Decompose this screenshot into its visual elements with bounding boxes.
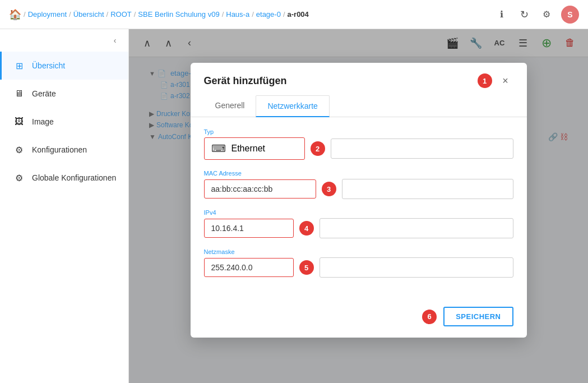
badge-4: 4 [299,221,314,236]
typ-select[interactable]: ⌨ Ethernet [204,137,305,160]
breadcrumb: 🏠 / Deployment / Übersicht / ROOT / SBE … [9,8,309,21]
sidebar-item-globale[interactable]: ⚙ Globale Konfigurationen [0,164,128,192]
field-label-ipv4: IPv4 [204,209,513,216]
topbar-icons: ℹ ↻ ⚙ S [494,6,579,24]
konfigurationen-icon: ⚙ [13,144,25,156]
ipv4-input[interactable] [204,219,294,238]
info-icon[interactable]: ℹ [494,7,510,22]
input-row-typ: ⌨ Ethernet 2 [204,137,513,160]
field-group-ipv4: IPv4 4 [204,209,513,238]
breadcrumb-ar004: a-r004 [288,10,309,19]
sidebar-label-konfigurationen: Konfigurationen [32,145,87,154]
main-content: ∧ ∧ ‹ 🎬 🔧 AC ☰ ⊕ 🗑 ▼ 📄 etage-3 [129,29,588,383]
badge-3: 3 [322,182,336,196]
mac-extra-field [342,179,513,199]
field-label-netzmaske: Netzmaske [204,248,513,255]
layout: ‹ ⊞ Übersicht 🖥 Geräte 🖼 Image ⚙ Konfigu… [0,29,588,383]
breadcrumb-hausa[interactable]: Haus-a [226,10,249,19]
sidebar-item-gerate[interactable]: 🖥 Geräte [0,80,128,108]
sidebar-label-image: Image [32,117,54,126]
netzmaske-input[interactable] [204,258,294,277]
dialog-tabs: Generell Netzwerkkarte [191,95,527,117]
breadcrumb-etage0[interactable]: etage-0 [256,10,281,19]
badge-5: 5 [299,260,314,275]
typ-value: Ethernet [232,144,265,154]
breadcrumb-root[interactable]: ROOT [110,10,132,19]
refresh-icon[interactable]: ↻ [516,7,532,22]
image-icon: 🖼 [13,116,25,128]
gerate-icon: 🖥 [13,87,25,100]
dialog: Gerät hinzufügen 1 × Generell Netzwerkka… [191,63,527,338]
field-group-mac: MAC Adresse 3 [204,170,513,199]
input-row-netzmaske: 5 [204,257,513,278]
badge-6: 6 [422,310,437,324]
badge-2: 2 [311,141,325,156]
sidebar-collapse[interactable]: ‹ [0,29,128,52]
input-row-ipv4: 4 [204,218,513,238]
tab-generell[interactable]: Generell [204,95,256,117]
badge-1: 1 [478,73,492,88]
dialog-header: Gerät hinzufügen 1 × [191,63,527,89]
field-label-mac: MAC Adresse [204,170,513,177]
breadcrumb-deployment[interactable]: Deployment [28,10,67,19]
field-group-netzmaske: Netzmaske 5 [204,248,513,278]
ethernet-icon: ⌨ [211,142,226,155]
sidebar-item-ubersicht[interactable]: ⊞ Übersicht [0,52,128,80]
home-icon[interactable]: 🏠 [9,8,21,21]
ubersicht-icon: ⊞ [13,59,25,72]
field-group-typ: Typ ⌨ Ethernet 2 [204,128,513,160]
dialog-title: Gerät hinzufügen [204,75,287,87]
topbar: 🏠 / Deployment / Übersicht / ROOT / SBE … [0,0,588,29]
breadcrumb-ubersicht[interactable]: Übersicht [73,10,104,19]
typ-extra-field [331,139,513,159]
dialog-close-button[interactable]: × [498,73,513,89]
netzmaske-extra-field [320,257,513,278]
sidebar-label-globale: Globale Konfigurationen [32,173,116,182]
settings-icon[interactable]: ⚙ [539,7,554,22]
sidebar-label-ubersicht: Übersicht [32,61,65,70]
save-button[interactable]: SPEICHERN [443,307,513,326]
tab-netzwerkkarte[interactable]: Netzwerkkarte [256,95,329,117]
ipv4-extra-field [320,218,513,238]
avatar[interactable]: S [561,6,579,24]
sidebar-label-gerate: Geräte [32,89,56,98]
mac-input[interactable] [204,179,316,199]
globale-icon: ⚙ [13,172,25,184]
field-label-typ: Typ [204,128,513,135]
dialog-body: Typ ⌨ Ethernet 2 MAC Adresse [191,117,527,301]
sidebar-item-konfigurationen[interactable]: ⚙ Konfigurationen [0,136,128,164]
breadcrumb-sbe[interactable]: SBE Berlin Schulung v09 [138,10,219,19]
dialog-footer: 6 SPEICHERN [191,301,527,338]
sidebar-item-image[interactable]: 🖼 Image [0,108,128,136]
input-row-mac: 3 [204,179,513,199]
dialog-overlay: Gerät hinzufügen 1 × Generell Netzwerkka… [129,29,588,383]
collapse-icon[interactable]: ‹ [108,34,122,47]
sidebar: ‹ ⊞ Übersicht 🖥 Geräte 🖼 Image ⚙ Konfigu… [0,29,129,383]
